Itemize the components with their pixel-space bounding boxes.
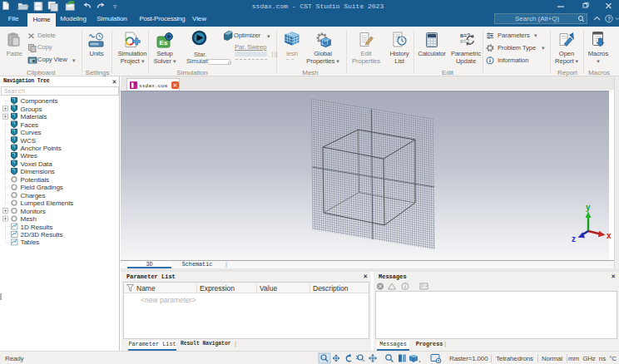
svg-text:Mesh: Mesh [21,215,37,223]
svg-text:Voxel Data: Voxel Data [21,160,53,168]
svg-text:Components: Components [21,97,58,105]
svg-text:WCS: WCS [21,137,37,145]
svg-text:Wires: Wires [21,152,37,160]
svg-text:2D/3D Results: 2D/3D Results [21,231,63,239]
svg-text:Charges: Charges [21,192,46,199]
svg-text:z: z [572,234,576,243]
svg-text:Curves: Curves [21,129,42,136]
svg-text:Monitors: Monitors [21,208,46,215]
svg-text:Materials: Materials [21,113,47,121]
svg-text:?: ? [607,15,612,22]
svg-text:x: x [607,231,612,240]
svg-text:Field Gradings: Field Gradings [21,184,63,191]
svg-text:Lumped Elements: Lumped Elements [21,199,74,207]
svg-text:Faces: Faces [21,121,39,129]
svg-text:Tables: Tables [21,239,40,246]
svg-text:Anchor Points: Anchor Points [21,145,62,152]
svg-text:y: y [586,203,591,212]
svg-text:Dimensions: Dimensions [21,168,55,175]
svg-text:1D Results: 1D Results [21,224,53,231]
svg-text:Potentials: Potentials [21,176,50,184]
svg-text:Groups: Groups [21,106,42,113]
